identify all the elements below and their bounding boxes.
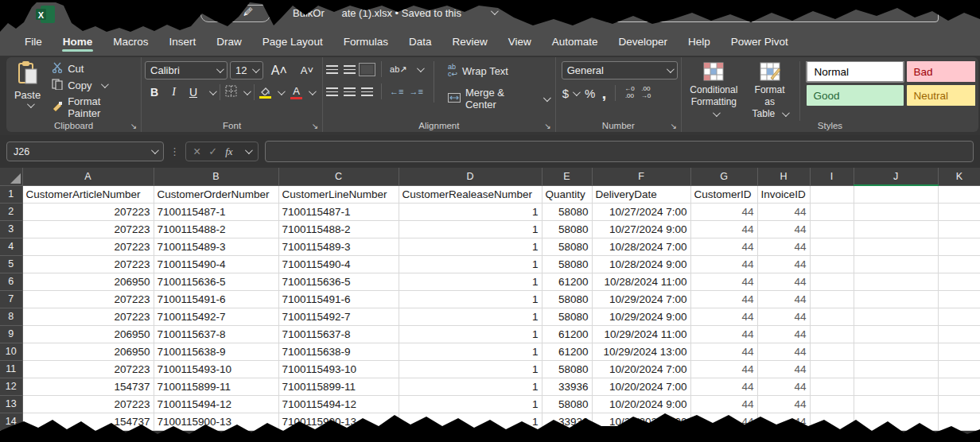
column-header-F[interactable]: F xyxy=(592,168,690,185)
cell-D1[interactable]: CustomerRealeaseNumber xyxy=(399,185,542,203)
cell-K5[interactable] xyxy=(938,255,980,273)
cell-G5[interactable]: 44 xyxy=(690,255,757,273)
copy-chevron-down-icon[interactable] xyxy=(100,80,108,88)
tab-help[interactable]: Help xyxy=(678,30,721,55)
cell-J7[interactable] xyxy=(854,290,938,308)
cell-I10[interactable] xyxy=(810,343,854,360)
tab-review[interactable]: Review xyxy=(441,30,497,55)
cell-E9[interactable]: 61200 xyxy=(542,325,592,343)
cell-B3[interactable]: 7100115488-2 xyxy=(154,220,278,238)
cell-H1[interactable]: InvoiceID xyxy=(757,185,810,203)
cell-I2[interactable] xyxy=(810,203,854,220)
cell-B14[interactable]: 7100115900-13 xyxy=(154,413,278,430)
tab-power-pivot[interactable]: Power Pivot xyxy=(721,30,799,55)
comma-style-button[interactable]: , xyxy=(601,90,606,96)
cell-E6[interactable]: 61200 xyxy=(542,273,592,290)
cell-A12[interactable]: 154737 xyxy=(22,378,154,395)
cell-J9[interactable] xyxy=(854,325,938,343)
cell-C6[interactable]: 7100115636-5 xyxy=(278,273,399,290)
tab-insert[interactable]: Insert xyxy=(159,30,207,55)
format-painter-button[interactable]: Format Painter xyxy=(49,95,138,120)
tab-formulas[interactable]: Formulas xyxy=(333,30,399,55)
cell-E10[interactable]: 61200 xyxy=(542,343,592,360)
cell-F3[interactable]: 10/27/2024 9:00 xyxy=(592,220,690,238)
cell-G1[interactable]: CustomerID xyxy=(690,185,757,203)
cell-B1[interactable]: CustomerOrderNumber xyxy=(154,185,278,203)
select-all-button[interactable] xyxy=(0,168,22,185)
cell-G11[interactable]: 44 xyxy=(690,360,757,378)
cell-E3[interactable]: 58080 xyxy=(542,220,592,238)
column-header-B[interactable]: B xyxy=(154,168,278,185)
cell-F14[interactable]: 10/20/2024 9:00 xyxy=(592,413,690,430)
cell-H5[interactable]: 44 xyxy=(757,255,810,273)
cell-B8[interactable]: 7100115492-7 xyxy=(154,308,278,325)
cell-D4[interactable]: 1 xyxy=(399,238,542,255)
column-header-G[interactable]: G xyxy=(690,168,757,185)
column-header-K[interactable]: K xyxy=(938,168,980,185)
cell-C8[interactable]: 7100115492-7 xyxy=(278,308,399,325)
font-size-select[interactable]: 12 xyxy=(230,61,263,79)
cell-I8[interactable] xyxy=(810,308,854,325)
cell-B13[interactable]: 7100115494-12 xyxy=(154,395,278,413)
cell-I5[interactable] xyxy=(810,255,854,273)
cell-A9[interactable]: 206950 xyxy=(22,325,154,343)
cell-A1[interactable]: CustomerArticleNumber xyxy=(22,185,154,203)
cell-C1[interactable]: CustomerLineNumber xyxy=(278,185,399,203)
cell-F7[interactable]: 10/29/2024 7:00 xyxy=(592,290,690,308)
font-color-button[interactable]: A xyxy=(290,86,302,99)
cell-A11[interactable]: 207223 xyxy=(22,360,154,378)
row-header-10[interactable]: 10 xyxy=(0,343,22,360)
cell-I14[interactable] xyxy=(810,413,854,430)
bold-button[interactable]: B xyxy=(145,85,164,99)
cell-D2[interactable]: 1 xyxy=(399,203,542,220)
cell-J3[interactable] xyxy=(854,220,938,238)
cell-D14[interactable]: 1 xyxy=(399,413,542,430)
cell-E11[interactable]: 58080 xyxy=(542,360,592,378)
font-name-select[interactable]: Calibri xyxy=(145,61,228,79)
cell-D6[interactable]: 1 xyxy=(399,273,542,290)
tab-page-layout[interactable]: Page Layout xyxy=(252,30,333,55)
cell-H4[interactable]: 44 xyxy=(757,238,810,255)
cell-F4[interactable]: 10/28/2024 7:00 xyxy=(592,238,690,255)
wrap-text-button[interactable]: abc↩ Wrap Text xyxy=(445,63,552,79)
bottom-align-button[interactable] xyxy=(361,65,373,74)
cell-F1[interactable]: DeliveryDate xyxy=(592,185,690,203)
cell-E8[interactable]: 58080 xyxy=(542,308,592,325)
cell-C2[interactable]: 7100115487-1 xyxy=(278,203,399,220)
cell-I6[interactable] xyxy=(810,273,854,290)
accounting-format-button[interactable]: $ xyxy=(562,87,569,100)
cell-K13[interactable] xyxy=(938,395,980,413)
cell-A5[interactable]: 207223 xyxy=(22,255,154,273)
enter-button[interactable]: ✓ xyxy=(208,145,217,157)
grow-font-button[interactable]: A˄ xyxy=(266,63,293,79)
cell-I7[interactable] xyxy=(810,290,854,308)
cell-I11[interactable] xyxy=(810,360,854,378)
cell-K7[interactable] xyxy=(938,290,980,308)
autosave-toggle[interactable] xyxy=(200,5,270,22)
cell-J2[interactable] xyxy=(854,203,938,220)
cell-K2[interactable] xyxy=(938,203,980,220)
fill-color-button[interactable] xyxy=(259,87,271,99)
cell-K10[interactable] xyxy=(938,343,980,360)
cell-F13[interactable]: 10/20/2024 9:00 xyxy=(592,395,690,413)
cell-H3[interactable]: 44 xyxy=(757,220,810,238)
cell-D11[interactable]: 1 xyxy=(399,360,542,378)
font-dialog-launcher[interactable]: ↘ xyxy=(312,122,318,130)
cell-D12[interactable]: 1 xyxy=(399,378,542,395)
excel-logo-icon[interactable]: X xyxy=(36,6,55,25)
formula-input[interactable] xyxy=(265,141,974,162)
fx-chevron-down-icon[interactable] xyxy=(245,146,253,154)
cell-C10[interactable]: 7100115638-9 xyxy=(278,343,399,360)
cell-A2[interactable]: 207223 xyxy=(22,203,154,220)
tab-file[interactable]: File xyxy=(14,30,52,55)
row-header-3[interactable]: 3 xyxy=(0,220,22,238)
cell-D8[interactable]: 1 xyxy=(399,308,542,325)
cell-H14[interactable]: 44 xyxy=(757,413,810,430)
merge-center-button[interactable]: Merge & Center xyxy=(445,86,552,111)
row-header-11[interactable]: 11 xyxy=(0,360,22,378)
cell-I3[interactable] xyxy=(810,220,854,238)
cell-H12[interactable]: 44 xyxy=(757,378,810,395)
cell-G9[interactable]: 44 xyxy=(690,325,757,343)
cell-F8[interactable]: 10/29/2024 9:00 xyxy=(592,308,690,325)
cell-K14[interactable] xyxy=(938,413,980,430)
